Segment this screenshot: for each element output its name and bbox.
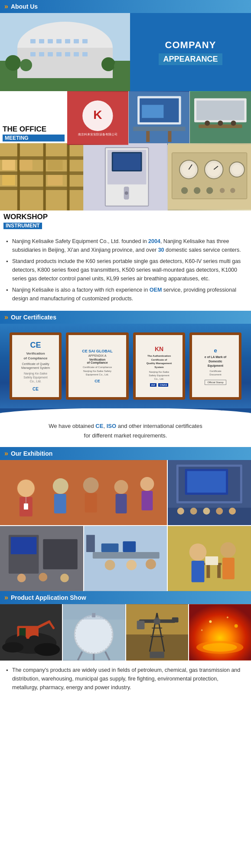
- svg-rect-102: [11, 537, 37, 554]
- workshop-subtitle: INSTRUMENT: [3, 223, 42, 229]
- cert-frame-3: KN The AuthenticationCertificate ofQuali…: [133, 332, 185, 400]
- svg-point-131: [2, 642, 23, 652]
- svg-point-21: [114, 61, 124, 71]
- cert-caption: We have obtained CE, ISO and other inter…: [0, 415, 251, 447]
- wave-curve: [0, 408, 251, 415]
- svg-point-115: [189, 543, 207, 561]
- svg-point-65: [207, 163, 221, 176]
- svg-rect-9: [74, 39, 79, 43]
- product-photo-3: [126, 604, 188, 661]
- about-bullet-3: Nanjing Kelisaike is also a factory with…: [6, 286, 245, 303]
- company-label-line2: APPEARANCE: [159, 53, 222, 65]
- svg-point-155: [227, 616, 228, 618]
- product-photo-4: [189, 604, 251, 661]
- tank-svg: [63, 604, 125, 661]
- svg-rect-16: [74, 52, 79, 56]
- svg-point-157: [201, 629, 202, 631]
- about-us-title: About Us: [11, 3, 38, 10]
- svg-point-132: [34, 643, 60, 656]
- svg-rect-79: [54, 494, 66, 513]
- product-photo-2: [63, 604, 125, 661]
- svg-rect-113: [86, 535, 95, 552]
- svg-point-110: [104, 560, 115, 570]
- cert-2-content: CE SAI GLOBAL APPENDIX A Verificationof …: [82, 349, 113, 383]
- svg-point-69: [181, 187, 188, 194]
- exhibition-photo-5: [168, 526, 251, 591]
- product-photo-1: [0, 604, 62, 661]
- cert-4-content: e e of LA Mark ofDomesticEquipment Certi…: [205, 347, 226, 385]
- svg-point-129: [16, 635, 27, 642]
- svg-rect-56: [113, 153, 141, 170]
- svg-point-98: [229, 507, 236, 514]
- svg-point-82: [114, 480, 128, 494]
- svg-rect-51: [48, 175, 63, 185]
- svg-rect-11: [30, 52, 36, 56]
- instrument-svg: [168, 143, 251, 210]
- office-photos-grid: K 南京科来安安防设备有限公司: [67, 91, 251, 145]
- warehouse-svg: [0, 143, 83, 210]
- iso-highlight: ISO: [107, 423, 116, 429]
- cabinet-photo: [84, 143, 167, 210]
- svg-rect-31: [146, 131, 150, 142]
- svg-rect-47: [2, 160, 15, 170]
- svg-point-19: [20, 59, 32, 71]
- company-appearance-section: COMPANY APPEARANCE: [0, 13, 251, 91]
- svg-point-96: [203, 507, 210, 514]
- instrument-photo: [168, 143, 251, 210]
- svg-point-105: [60, 573, 69, 582]
- svg-point-103: [17, 573, 26, 582]
- svg-rect-7: [56, 39, 62, 43]
- about-text-section: Nanjing Kelisaike Safety Equipment Co., …: [0, 232, 251, 311]
- cert-frame-1: CE Verificationof Compliance Certificate…: [10, 332, 62, 400]
- svg-point-39: [231, 121, 236, 126]
- building-svg: [0, 13, 130, 91]
- company-label-line1: COMPANY: [165, 39, 216, 52]
- svg-rect-101: [43, 539, 77, 569]
- cert-caption-text: We have obtained CE, ISO and other inter…: [49, 423, 202, 429]
- svg-rect-13: [48, 52, 53, 56]
- workshop-label-row: WORKSHOP INSTRUMENT: [0, 210, 251, 232]
- svg-point-38: [218, 121, 223, 126]
- svg-point-73: [230, 188, 235, 193]
- exhibition-photo-3: [0, 526, 83, 591]
- certificates-header: » Our Certificates: [0, 311, 251, 324]
- svg-point-68: [232, 164, 242, 174]
- prod-chevron-icon: »: [4, 594, 8, 602]
- svg-point-58: [125, 191, 128, 195]
- building-photo: [0, 13, 130, 91]
- svg-rect-17: [82, 52, 88, 56]
- warehouse-photo: [0, 143, 83, 210]
- meeting-room-svg: [129, 91, 190, 145]
- exhibition-title: Our Exhibition: [11, 450, 52, 457]
- svg-point-156: [234, 624, 238, 628]
- svg-rect-150: [172, 617, 178, 622]
- about-bullet-list: Nanjing Kelisaike Safety Equipment Co., …: [6, 237, 245, 303]
- ex-photo5-svg: [168, 526, 251, 591]
- cabinet-svg: [84, 143, 167, 210]
- cert-caption-line2: for different market requirements.: [84, 432, 167, 439]
- exhibition-header: » Our Exhibition: [0, 447, 251, 460]
- svg-rect-126: [19, 628, 26, 637]
- workshop-title: WORKSHOP: [3, 213, 48, 221]
- svg-text:南京科来安安防设备有限公司: 南京科来安安防设备有限公司: [78, 133, 117, 136]
- svg-rect-14: [56, 52, 62, 56]
- svg-rect-45: [43, 143, 46, 210]
- svg-point-20: [101, 57, 115, 71]
- svg-rect-4: [30, 39, 36, 43]
- svg-rect-43: [0, 187, 83, 190]
- number-highlight: 30: [158, 247, 164, 253]
- mining-svg: [0, 604, 62, 661]
- svg-point-37: [205, 121, 210, 126]
- cert-frame-4: e e of LA Mark ofDomesticEquipment Certi…: [189, 332, 241, 400]
- ce-highlight: CE: [95, 423, 103, 429]
- cert-section-title: Our Certificates: [11, 314, 56, 321]
- svg-point-130: [29, 635, 39, 642]
- svg-point-112: [146, 559, 156, 569]
- svg-point-18: [5, 55, 21, 71]
- svg-rect-50: [2, 175, 15, 185]
- svg-rect-29: [142, 105, 163, 118]
- svg-rect-122: [205, 556, 218, 565]
- meeting2-svg: [190, 91, 251, 145]
- wave-decoration: [0, 408, 251, 415]
- svg-rect-118: [222, 558, 235, 579]
